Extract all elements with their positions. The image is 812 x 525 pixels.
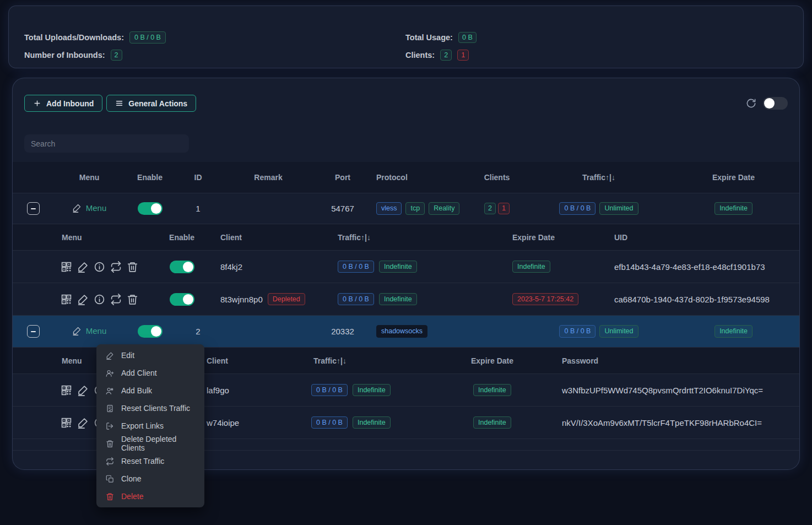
inbound-port: 54767 <box>315 204 370 213</box>
transport-tag: tcp <box>405 202 425 215</box>
traffic-badge: 0 B / 0 B <box>338 293 374 306</box>
qr-code-icon[interactable] <box>61 417 72 429</box>
inbound-context-menu: Edit Add Client Add Bulk Reset Clients T… <box>96 344 204 507</box>
edit-pencil-icon <box>106 351 114 360</box>
menu-item-delete[interactable]: Delete <box>96 488 204 505</box>
stat-total-usage-label: Total Usage: <box>405 33 453 42</box>
dark-mode-toggle[interactable] <box>763 97 788 110</box>
general-actions-label: General Actions <box>128 99 187 108</box>
inbound-protocol-tags: vless tcp Reality <box>370 202 464 215</box>
inbound-clients-counts: 2 1 <box>464 203 530 214</box>
menu-item-reset-clients-traffic[interactable]: Reset Clients Traffic <box>96 399 204 417</box>
header-protocol: Protocol <box>370 173 464 182</box>
trash-icon <box>106 440 114 448</box>
clients-ok-badge: 2 <box>484 203 496 214</box>
header-traffic-sort[interactable]: Traffic↑|↓ <box>530 173 668 182</box>
sub-header-uid: UID <box>614 233 799 242</box>
reset-traffic-icon[interactable] <box>110 294 122 305</box>
stat-total-usage: Total Usage: 0 B <box>405 31 477 44</box>
header-clients: Clients <box>464 173 530 182</box>
clients-depleted-badge: 1 <box>498 203 510 214</box>
qr-code-icon[interactable] <box>61 261 72 273</box>
sub-header-traffic-sort[interactable]: Traffic↑|↓ <box>336 233 512 242</box>
stat-inbounds-value: 2 <box>111 50 122 61</box>
client-uid: ca68470b-1940-437d-802b-1f9573e94598 <box>614 295 799 304</box>
inbound-protocol-tags: shadowsocks <box>370 325 464 338</box>
edit-pencil-icon[interactable] <box>77 261 89 273</box>
edit-pencil-icon[interactable] <box>77 385 89 396</box>
expire-date-badge: 2023-5-7 17:25:42 <box>512 293 578 306</box>
traffic-badge: 0 B / 0 B <box>311 416 348 429</box>
stat-inbounds-count: Number of Inbounds: 2 <box>24 49 122 61</box>
protocol-tag: vless <box>376 202 402 215</box>
inbound-enable-toggle[interactable] <box>138 325 163 338</box>
inbound-enable-toggle[interactable] <box>138 202 163 215</box>
protocol-tag: shadowsocks <box>376 325 427 338</box>
menu-item-label: Reset Traffic <box>121 457 164 466</box>
header-menu: Menu <box>53 173 125 182</box>
menu-item-export-links[interactable]: Export Links <box>96 417 204 435</box>
edit-pencil-icon[interactable] <box>77 294 89 305</box>
traffic-limit-badge: Indefinite <box>379 261 417 273</box>
client-enable-toggle[interactable] <box>170 261 194 273</box>
expire-badge: Indefinite <box>473 416 511 429</box>
client-row: 8t3wjnn8p0 Depleted 0 B / 0 B Indefinite… <box>13 283 799 316</box>
file-check-icon <box>106 404 114 413</box>
edit-pencil-icon[interactable] <box>77 417 89 429</box>
client-traffic: 0 B / 0 B Indefinite <box>336 293 512 306</box>
header-remark: Remark <box>221 173 315 182</box>
menu-item-reset-traffic[interactable]: Reset Traffic <box>96 452 204 470</box>
collapse-button[interactable] <box>27 202 40 215</box>
header-port: Port <box>315 173 370 182</box>
client-actions <box>55 294 151 305</box>
inbound-menu-trigger[interactable]: Menu <box>72 203 107 213</box>
trash-icon <box>106 492 114 501</box>
menu-item-label: Delete <box>121 492 143 501</box>
toolbar-right <box>746 97 788 110</box>
sub-header-menu: Menu <box>55 233 151 242</box>
inbound-menu-trigger[interactable]: Menu <box>72 326 107 335</box>
traffic-badge: 0 B / 0 B <box>338 261 374 273</box>
menu-item-label: Add Client <box>121 369 157 377</box>
menu-item-add-bulk[interactable]: Add Bulk <box>96 382 204 399</box>
search-input[interactable] <box>24 134 189 153</box>
stat-clients-label: Clients: <box>405 51 435 59</box>
inbound-row-1: Menu 1 54767 vless tcp Reality 2 1 0 B /… <box>13 193 799 224</box>
traffic-badge: 0 B / 0 B <box>559 202 596 215</box>
refresh-icon[interactable] <box>746 98 756 109</box>
repeat-icon <box>106 457 114 466</box>
qr-code-icon[interactable] <box>61 294 72 305</box>
add-inbound-button[interactable]: Add Inbound <box>24 95 102 112</box>
client-enable-toggle[interactable] <box>170 293 194 306</box>
menu-item-clone[interactable]: Clone <box>96 470 204 488</box>
info-icon[interactable] <box>94 261 105 273</box>
qr-code-icon[interactable] <box>61 385 72 396</box>
menu-item-label: Edit <box>121 351 134 360</box>
menu-item-add-client[interactable]: Add Client <box>96 364 204 382</box>
security-tag: Reality <box>429 202 459 215</box>
plus-icon <box>33 99 41 107</box>
info-icon[interactable] <box>94 294 105 305</box>
reset-traffic-icon[interactable] <box>110 261 122 273</box>
stat-clients-depleted-value: 1 <box>457 50 469 61</box>
sub-header-traffic-sort[interactable]: Traffic↑|↓ <box>311 356 471 365</box>
general-actions-button[interactable]: General Actions <box>106 95 196 112</box>
traffic-limit-badge: Indefinite <box>353 416 391 429</box>
menu-item-edit[interactable]: Edit <box>96 347 204 364</box>
expire-badge: Indefinite <box>714 202 753 215</box>
menu-item-delete-depleted-clients[interactable]: Delete Depleted Clients <box>96 435 204 452</box>
traffic-limit-badge: Indefinite <box>379 293 417 306</box>
inbound-expire: Indefinite <box>668 325 799 338</box>
trash-icon[interactable] <box>127 294 138 305</box>
client-traffic: 0 B / 0 B Indefinite <box>311 384 471 397</box>
stat-total-uploads-label: Total Uploads/Downloads: <box>24 33 124 42</box>
inbound-menu-label: Menu <box>86 326 107 335</box>
client-name: laf9go <box>207 386 229 395</box>
menu-item-label: Export Links <box>121 421 164 430</box>
menu-item-label: Delete Depleted Clients <box>121 435 195 452</box>
traffic-limit-badge: Unlimited <box>599 202 638 215</box>
trash-icon[interactable] <box>127 261 138 273</box>
collapse-button[interactable] <box>27 325 40 338</box>
inbound-port: 20332 <box>315 327 370 336</box>
client-name: w74ioipe <box>207 418 239 427</box>
